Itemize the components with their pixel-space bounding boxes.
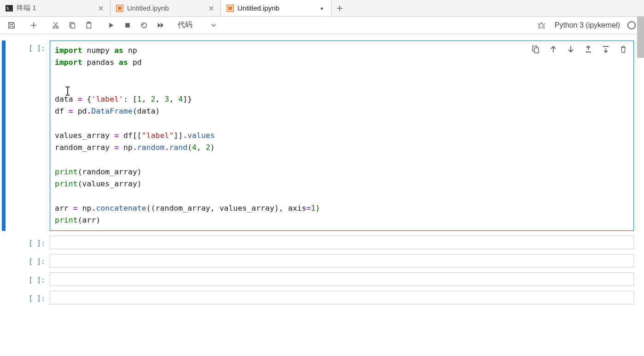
scrollbar-thumb[interactable] [637, 17, 644, 58]
code-editor[interactable] [50, 254, 634, 268]
insert-cell-above-button[interactable] [583, 44, 594, 55]
code-editor[interactable] [50, 235, 634, 249]
notebook-cell[interactable]: [ ]: [2, 235, 634, 249]
notebook-cell[interactable]: [ ]:import numpy as np import pandas as … [2, 40, 634, 231]
run-button[interactable] [103, 18, 119, 32]
code-editor[interactable]: import numpy as np import pandas as pd d… [50, 40, 634, 231]
notebook-icon [226, 5, 234, 12]
notebook-area[interactable]: [ ]:import numpy as np import pandas as … [0, 34, 644, 356]
cell-gutter [2, 40, 6, 231]
terminal-icon: $_ [6, 5, 13, 12]
tab-label: Untitled.ipynb [127, 4, 204, 12]
tab-terminal-1[interactable]: $_ 终端 1 [0, 0, 110, 16]
cell-prompt: [ ]: [6, 235, 50, 247]
duplicate-cell-button[interactable] [530, 44, 541, 55]
restart-kernel-button[interactable] [136, 18, 152, 32]
svg-rect-3 [118, 6, 122, 10]
svg-point-13 [540, 23, 543, 28]
chevron-down-icon [211, 23, 216, 28]
svg-rect-10 [87, 23, 91, 28]
notebook-toolbar: 代码 Python 3 (ipykernel) [0, 17, 644, 34]
insert-cell-below-button[interactable] [600, 44, 611, 55]
code-editor[interactable] [50, 272, 634, 286]
notebook-icon [116, 5, 123, 12]
tab-label: Untitled.ipynb [238, 4, 314, 12]
tab-untitled-2[interactable]: Untitled.ipynb [221, 0, 331, 16]
svg-rect-5 [228, 6, 232, 10]
move-cell-up-button[interactable] [548, 44, 559, 55]
stop-button[interactable] [120, 18, 135, 32]
notebook-cell[interactable]: [ ]: [2, 291, 634, 304]
cell-type-dropdown[interactable]: 代码 [171, 20, 222, 30]
move-cell-down-button[interactable] [565, 44, 576, 55]
cut-button[interactable] [48, 18, 64, 32]
svg-text:$_: $_ [6, 6, 12, 11]
debugger-button[interactable] [534, 18, 549, 32]
code-editor[interactable] [50, 291, 634, 304]
run-all-button[interactable] [153, 18, 168, 32]
cell-gutter [2, 272, 6, 286]
cell-type-label: 代码 [178, 20, 192, 30]
cell-prompt: [ ]: [6, 40, 50, 52]
copy-button[interactable] [64, 18, 80, 32]
dirty-indicator-icon [318, 5, 325, 12]
tab-label: 终端 1 [17, 4, 93, 12]
svg-rect-9 [71, 23, 75, 28]
cell-gutter [2, 235, 6, 249]
kernel-name[interactable]: Python 3 (ipykernel) [550, 21, 625, 29]
cell-actions [530, 44, 629, 55]
notebook-cell[interactable]: [ ]: [2, 272, 634, 286]
notebook-cell[interactable]: [ ]: [2, 254, 634, 268]
cell-prompt: [ ]: [6, 254, 50, 266]
svg-rect-15 [534, 48, 539, 53]
paste-button[interactable] [81, 18, 97, 32]
insert-cell-button[interactable] [26, 18, 41, 32]
delete-cell-button[interactable] [618, 44, 629, 55]
cell-prompt: [ ]: [6, 291, 50, 303]
cell-gutter [2, 291, 6, 304]
code-content[interactable]: import numpy as np import pandas as pd d… [55, 45, 629, 227]
cell-prompt: [ ]: [6, 272, 50, 284]
close-icon[interactable] [208, 5, 215, 12]
svg-rect-12 [125, 23, 130, 28]
cell-gutter [2, 254, 6, 268]
add-tab-button[interactable] [331, 0, 348, 16]
close-icon[interactable] [97, 5, 104, 12]
tab-bar: $_ 终端 1 Untitled.ipynb Untitled.ipynb [0, 0, 644, 17]
kernel-status-icon[interactable] [627, 21, 636, 29]
tab-untitled-1[interactable]: Untitled.ipynb [110, 0, 221, 16]
save-button[interactable] [4, 18, 19, 32]
